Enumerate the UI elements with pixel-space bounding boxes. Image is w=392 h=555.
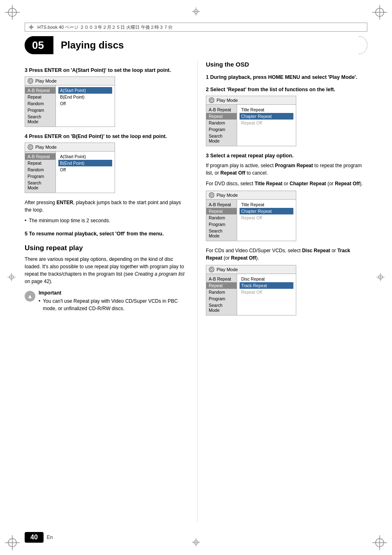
svg-marker-30 bbox=[30, 146, 32, 148]
step3-heading: 3 Press ENTER on 'A(Start Point)' to set… bbox=[25, 67, 189, 73]
menu-osd-repeat: Repeat bbox=[206, 113, 237, 120]
metadata-text: HTS.book 40 ページ ２００３年２月２５日 火曜日 午後２時３７分 bbox=[37, 24, 173, 30]
play-mode-options-osd: Title Repeat Chapter Repeat Repeat Off bbox=[237, 105, 296, 146]
play-mode-icon-2 bbox=[28, 144, 33, 150]
menu-osd-random: Random bbox=[206, 120, 237, 126]
play-mode-icon-1 bbox=[28, 78, 33, 84]
step4-heading: 4 Press ENTER on 'B(End Point)' to set t… bbox=[25, 134, 189, 139]
play-mode-box-osd: Play Mode A-B Repeat Repeat Random Progr… bbox=[206, 96, 296, 146]
play-mode-title-bar-dvd: Play Mode bbox=[206, 191, 296, 200]
important-box: ▲ Important • You can't use Repeat play … bbox=[25, 290, 189, 314]
play-mode-box-1: Play Mode A-B Repeat Repeat Random Progr… bbox=[25, 76, 115, 127]
play-mode-menu-dvd: A-B Repeat Repeat Random Program Search … bbox=[206, 200, 237, 241]
dvd-opt-off: Repeat Off bbox=[240, 214, 293, 221]
play-mode-title-bar-cd: Play Mode bbox=[206, 265, 296, 274]
play-mode-box-2: Play Mode A-B Repeat Repeat Random Progr… bbox=[25, 143, 115, 193]
repeat-play-body: There are various repeat play options, d… bbox=[25, 256, 189, 285]
play-mode-icon-cd bbox=[209, 267, 214, 272]
top-mid-reg bbox=[192, 7, 200, 17]
play-mode-options-dvd: Title Repeat Chapter Repeat Repeat Off bbox=[237, 200, 296, 241]
play-mode-inner-2: A-B Repeat Repeat Random Program Search … bbox=[25, 152, 115, 193]
play-mode-inner-dvd: A-B Repeat Repeat Random Program Search … bbox=[206, 200, 296, 241]
cd-opt-track: Track Repeat bbox=[240, 282, 293, 289]
bottom-right-reg bbox=[371, 534, 388, 551]
footer: 40 En bbox=[25, 532, 367, 543]
page-lang: En bbox=[47, 534, 53, 540]
menu-item-search-1: Search Mode bbox=[25, 113, 55, 125]
cd-opt-off: Repeat Off bbox=[240, 289, 293, 295]
after-enter-text: After pressing ENTER, playback jumps bac… bbox=[25, 199, 189, 214]
menu-cd-repeat: Repeat bbox=[206, 282, 237, 289]
important-label: Important bbox=[39, 290, 189, 296]
menu-dvd-repeat: Repeat bbox=[206, 208, 237, 214]
page-number: 40 bbox=[25, 532, 44, 543]
svg-marker-34 bbox=[211, 194, 213, 196]
dvd-opt-title: Title Repeat bbox=[240, 201, 293, 208]
menu-item-repeat-2: Repeat bbox=[25, 160, 55, 166]
right-column: Using the OSD 1 During playback, press H… bbox=[197, 61, 367, 522]
osd-opt-off: Repeat Off bbox=[240, 120, 293, 126]
menu-dvd-program: Program bbox=[206, 221, 237, 228]
chapter-title: Playing discs bbox=[61, 39, 124, 51]
play-mode-title-bar-1: Play Mode bbox=[25, 77, 115, 85]
top-left-reg bbox=[4, 4, 21, 21]
menu-dvd-search: Search Mode bbox=[206, 228, 237, 239]
play-mode-title-dvd: Play Mode bbox=[217, 193, 238, 198]
bottom-left-reg bbox=[4, 534, 21, 551]
play-mode-menu-1: A-B Repeat Repeat Random Program Search … bbox=[25, 85, 56, 127]
r-step3-body1: If program play is active, select Progra… bbox=[206, 162, 367, 177]
play-mode-title-1: Play Mode bbox=[35, 78, 57, 83]
play-mode-icon-osd bbox=[209, 97, 214, 103]
r-step3-body2: For DVD discs, select Title Repeat or Ch… bbox=[206, 180, 367, 187]
important-bullet-item: • You can't use Repeat play with Video C… bbox=[39, 297, 189, 312]
chapter-title-bg: Playing discs bbox=[53, 36, 367, 54]
play-mode-title-2: Play Mode bbox=[35, 145, 57, 150]
menu-cd-program: Program bbox=[206, 295, 237, 302]
play-mode-title-cd: Play Mode bbox=[217, 267, 238, 272]
play-mode-menu-cd: A-B Repeat Repeat Random Program Search … bbox=[206, 274, 237, 315]
option-start-point-2: A(Start Point) bbox=[58, 153, 112, 160]
option-end-point-1: B(End Point) bbox=[58, 94, 112, 100]
menu-item-program-2: Program bbox=[25, 173, 55, 180]
svg-marker-28 bbox=[30, 80, 32, 82]
play-mode-icon-dvd bbox=[209, 192, 214, 198]
menu-osd-ab: A-B Repeat bbox=[206, 106, 237, 113]
menu-item-random-2: Random bbox=[25, 166, 55, 173]
using-osd-title: Using the OSD bbox=[206, 61, 367, 68]
left-mid-reg bbox=[7, 273, 16, 282]
menu-dvd-random: Random bbox=[206, 214, 237, 221]
osd-opt-chapter: Chapter Repeat bbox=[240, 113, 293, 120]
important-icon: ▲ bbox=[25, 291, 35, 302]
menu-osd-program: Program bbox=[206, 126, 237, 133]
chapter-number: 05 bbox=[25, 36, 53, 54]
min-loop-text: The minimum loop time is 2 seconds. bbox=[29, 217, 110, 224]
menu-item-random-1: Random bbox=[25, 100, 55, 107]
min-loop-bullet: • The minimum loop time is 2 seconds. bbox=[25, 217, 189, 224]
menu-item-ab-repeat-2: A-B Repeat bbox=[25, 153, 55, 160]
r-step2-heading: 2 Select 'Repeat' from the list of funct… bbox=[206, 87, 367, 92]
menu-cd-random: Random bbox=[206, 289, 237, 295]
top-right-reg bbox=[371, 4, 388, 21]
metadata-bar: HTS.book 40 ページ ２００３年２月２５日 火曜日 午後２時３７分 bbox=[25, 23, 367, 32]
option-off-2: Off bbox=[58, 166, 112, 173]
r-step1-heading: 1 During playback, press HOME MENU and s… bbox=[206, 74, 367, 80]
play-mode-options-1: A(Start Point) B(End Point) Off bbox=[56, 85, 115, 127]
important-content: Important • You can't use Repeat play wi… bbox=[39, 290, 189, 314]
osd-opt-title: Title Repeat bbox=[240, 106, 293, 113]
menu-item-repeat-1: Repeat bbox=[25, 94, 55, 100]
play-mode-menu-osd: A-B Repeat Repeat Random Program Search … bbox=[206, 105, 237, 146]
important-text: You can't use Repeat play with Video CD/… bbox=[43, 297, 189, 312]
svg-marker-32 bbox=[211, 99, 213, 101]
menu-item-search-2: Search Mode bbox=[25, 180, 55, 191]
play-mode-inner-1: A-B Repeat Repeat Random Program Search … bbox=[25, 85, 115, 127]
play-mode-inner-osd: A-B Repeat Repeat Random Program Search … bbox=[206, 105, 296, 146]
play-mode-options-cd: Disc Repeat Track Repeat Repeat Off bbox=[237, 274, 296, 315]
play-mode-box-dvd: Play Mode A-B Repeat Repeat Random Progr… bbox=[206, 191, 296, 241]
option-start-point-1: A(Start Point) bbox=[58, 87, 112, 94]
r-step3-body3: For CDs and Video CD/Super VCDs, select … bbox=[206, 247, 367, 262]
left-column: 3 Press ENTER on 'A(Start Point)' to set… bbox=[25, 61, 197, 522]
play-mode-box-cd: Play Mode A-B Repeat Repeat Random Progr… bbox=[206, 265, 296, 315]
menu-item-ab-repeat-1: A-B Repeat bbox=[25, 87, 55, 94]
svg-marker-36 bbox=[211, 269, 213, 270]
menu-cd-ab: A-B Repeat bbox=[206, 276, 237, 282]
